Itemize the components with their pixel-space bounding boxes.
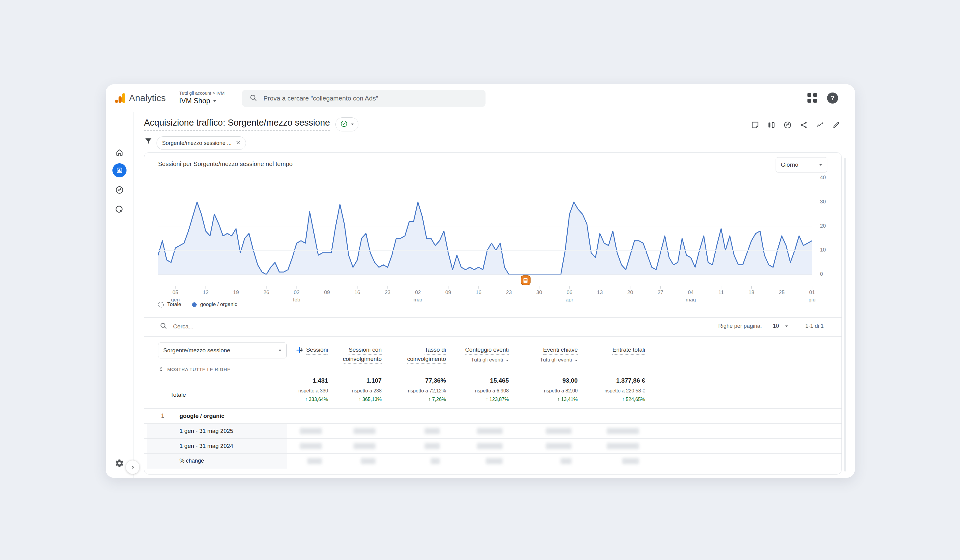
redacted-value <box>354 443 376 449</box>
report-status-dropdown[interactable] <box>335 117 358 131</box>
edit-pencil-icon[interactable] <box>832 121 840 131</box>
y-axis-label: 0 <box>820 271 837 277</box>
redacted-value <box>477 443 503 449</box>
analytics-window: Analytics Tutti gli account > IVM IVM Sh… <box>106 84 855 478</box>
close-icon[interactable] <box>236 140 240 146</box>
analytics-logo-icon[interactable] <box>114 92 126 106</box>
x-axis-tick-mark <box>691 286 691 289</box>
dashed-circle-marker-icon <box>158 302 164 307</box>
x-axis-label: 02 <box>409 290 427 296</box>
report-card: Sessioni per Sorgente/mezzo sessione nel… <box>144 152 842 475</box>
app-header: Analytics Tutti gli account > IVM IVM Sh… <box>106 84 855 112</box>
x-axis-tick-mark <box>630 286 630 289</box>
x-axis-label: 23 <box>499 290 518 296</box>
verified-check-icon <box>340 120 348 129</box>
account-switcher[interactable]: Tutti gli account > IVM IVM Shop <box>179 90 224 105</box>
table-search-input[interactable]: Cerca... <box>173 323 194 330</box>
sparkline-insights-icon[interactable] <box>816 121 824 131</box>
redacted-value <box>300 443 322 449</box>
x-axis-month-label: giu <box>803 297 821 303</box>
x-axis-tick-mark <box>448 286 448 289</box>
x-axis-label: 18 <box>742 290 761 296</box>
advertising-icon[interactable] <box>115 205 124 215</box>
page-title: Acquisizione traffico: Sorgente/mezzo se… <box>144 118 330 131</box>
x-axis-label: 26 <box>257 290 275 296</box>
x-axis-tick-mark <box>751 286 752 289</box>
x-axis-tick-mark <box>387 286 388 289</box>
x-axis-label: 01 <box>803 290 821 296</box>
search-bar[interactable]: Prova a cercare "collegamento con Ads" <box>242 90 485 107</box>
settings-gear-icon[interactable] <box>115 459 124 469</box>
x-axis-tick-mark <box>175 286 176 289</box>
x-axis-tick-mark <box>266 286 267 289</box>
screen: Analytics Tutti gli account > IVM IVM Sh… <box>0 0 960 560</box>
product-name: Analytics <box>129 93 166 103</box>
rows-per-page-value[interactable]: 10 <box>773 323 779 329</box>
insights-icon[interactable] <box>783 121 792 131</box>
table-search-icon <box>160 322 167 331</box>
pagination-range: 1-1 di 1 <box>805 323 824 329</box>
x-axis-label: 04 <box>682 290 700 296</box>
redacted-value <box>607 443 639 449</box>
x-axis-label: 27 <box>651 290 670 296</box>
redacted-value <box>622 458 639 464</box>
dimension-selector-value: Sorgente/mezzo sessione <box>163 347 230 354</box>
chevron-down-icon[interactable] <box>786 325 788 327</box>
totals-cell-entrate-totali: 1.377,86 €rispetto a 220,58 €↑ 524,65% <box>559 377 645 402</box>
rows-per-page-label: Righe per pagina: <box>718 323 762 329</box>
redacted-value <box>300 428 322 434</box>
y-axis-label: 40 <box>820 174 837 181</box>
scrollbar[interactable] <box>844 158 846 472</box>
redacted-value <box>354 428 376 434</box>
y-axis-label: 20 <box>820 223 837 229</box>
annotation-marker[interactable] <box>521 275 531 285</box>
x-axis-label: 25 <box>773 290 791 296</box>
show-all-rows-button[interactable]: MOSTRA TUTTE LE RIGHE <box>158 366 230 372</box>
redacted-value <box>486 458 503 464</box>
account-name: IVM Shop <box>179 97 210 105</box>
redacted-value <box>477 428 503 434</box>
help-icon[interactable]: ? <box>827 93 838 104</box>
comparison-icon[interactable] <box>767 121 776 131</box>
x-axis-month-label: gen <box>166 297 185 303</box>
x-axis-tick-mark <box>570 286 570 289</box>
share-icon[interactable] <box>800 121 808 131</box>
x-axis-label: 05 <box>166 290 185 296</box>
x-axis-label: 09 <box>318 290 336 296</box>
report-toolbar <box>751 121 840 131</box>
note-icon[interactable] <box>751 121 759 131</box>
legend-item-google-organic[interactable]: google / organic <box>192 301 237 307</box>
column-header-entrate-totali[interactable]: Entrate totali <box>559 346 645 355</box>
x-axis-tick-mark <box>782 286 782 289</box>
home-icon[interactable] <box>115 148 124 158</box>
x-axis-month-label: mar <box>409 297 427 303</box>
redacted-value <box>307 458 322 464</box>
row-label: % change <box>179 458 204 464</box>
gridline <box>158 226 812 226</box>
gridline <box>158 178 812 178</box>
totals-row-label: Totale <box>170 392 186 398</box>
chevron-down-icon <box>819 164 822 166</box>
gridline <box>158 202 812 202</box>
row-dimension-bg <box>147 454 287 469</box>
filter-chip-label: Sorgente/mezzo sessione ... <box>162 140 232 146</box>
expand-sidebar-button[interactable] <box>126 461 139 474</box>
reports-nav-active[interactable] <box>112 163 126 178</box>
pagination-controls: Righe per pagina: 10 1-1 di 1 <box>718 323 824 329</box>
interval-select[interactable]: Giorno <box>776 157 827 173</box>
divider <box>144 317 842 318</box>
redacted-value <box>361 458 376 464</box>
apps-grid-icon[interactable] <box>808 93 817 102</box>
x-axis-tick-mark <box>418 286 418 289</box>
chevron-down-icon <box>351 123 354 125</box>
filter-chip[interactable]: Sorgente/mezzo sessione ... <box>157 136 246 150</box>
x-axis-tick-mark <box>327 286 327 289</box>
explore-icon[interactable] <box>115 186 124 196</box>
redacted-value <box>546 443 571 449</box>
show-all-rows-label: MOSTRA TUTTE LE RIGHE <box>167 367 230 372</box>
x-axis-label: 16 <box>469 290 488 296</box>
breadcrumb: Tutti gli account > IVM <box>179 90 224 96</box>
redacted-value <box>431 458 440 464</box>
row-label: 1 gen - 31 mag 2025 <box>179 428 233 434</box>
redacted-value <box>424 443 440 449</box>
